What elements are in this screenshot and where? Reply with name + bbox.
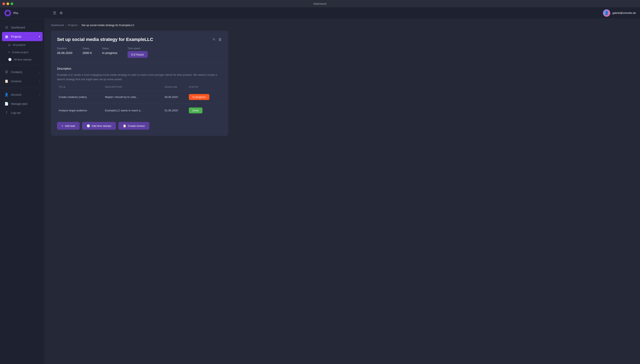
table-row[interactable]: Create creatives (video)Maybe I should t… xyxy=(57,90,222,104)
chevron-down-icon: ▾ xyxy=(39,35,40,38)
task-title: Analyze target audience xyxy=(57,104,103,117)
time-spend-label: Time spend xyxy=(128,47,148,50)
sidebar-item-contacts[interactable]: ☰ Contacts › xyxy=(0,68,45,76)
deadline-label: Deadline xyxy=(57,47,72,50)
description-text: Example LLC needs a more engaging social… xyxy=(57,73,222,82)
trash-icon: 🗑 xyxy=(218,38,222,42)
status-label: Status xyxy=(102,47,117,50)
logout-icon: ⤴ xyxy=(5,111,9,114)
sidebar-item-dashboard[interactable]: ⊡ Dashboard xyxy=(0,23,45,32)
task-status: Done xyxy=(187,104,222,117)
header-actions: ☰ ⚙ xyxy=(49,11,603,15)
main-layout: ⊡ Dashboard ▦ Projects ▾ ◎ All projects … xyxy=(0,19,640,364)
sidebar-item-create-project[interactable]: + Create project xyxy=(0,48,45,56)
status-badge: Done xyxy=(189,108,203,114)
divider-1 xyxy=(57,63,222,63)
titlebar-buttons xyxy=(3,2,13,5)
menu-icon: ☰ xyxy=(53,11,56,15)
settings-button[interactable]: ⚙ xyxy=(60,11,63,15)
sidebar-label-all-projects: All projects xyxy=(13,43,26,46)
close-button[interactable] xyxy=(3,2,5,5)
avatar: 👤 xyxy=(603,9,610,17)
meta-deadline: Deadline 26.06.2020 xyxy=(57,47,72,58)
add-time-stamps-button[interactable]: 🕐 Add time stamps xyxy=(82,122,116,130)
breadcrumb-projects[interactable]: Projects xyxy=(68,24,77,27)
status-badge: In progress xyxy=(189,94,209,100)
task-deadline: 06.06.2020 xyxy=(163,90,187,104)
invoice-btn-icon: 📋 xyxy=(123,124,126,128)
breadcrumb-dashboard[interactable]: Dashboard xyxy=(51,24,64,27)
edit-button[interactable]: ✎ xyxy=(212,37,216,42)
svg-point-2 xyxy=(4,9,11,17)
meta-status: Status In progress xyxy=(102,47,117,58)
account-icon: 👤 xyxy=(5,93,9,96)
deadline-value: 26.06.2020 xyxy=(57,51,72,54)
project-meta: Deadline 26.06.2020 Salary 2000 € Status… xyxy=(57,47,222,58)
sidebar-label-invoices: Invoices xyxy=(11,80,22,83)
projects-icon: ▦ xyxy=(5,34,9,38)
sidebar: ⊡ Dashboard ▦ Projects ▾ ◎ All projects … xyxy=(0,19,45,364)
breadcrumb-sep-2: / xyxy=(79,24,80,27)
col-deadline: DEADLINE xyxy=(163,84,187,90)
table-row[interactable]: Analyze target audienceExampleLLC wants … xyxy=(57,104,222,117)
task-title: Create creatives (video) xyxy=(57,90,103,104)
task-description: ExampleLLC wants to reach a... xyxy=(103,104,163,117)
meta-time-spend: Time spend 0.0 hours xyxy=(128,47,148,58)
tasks-table-head: TITLE DESCRIPTION DEADLINE STATUS xyxy=(57,84,222,90)
sidebar-item-invoices[interactable]: 📋 Invoices › xyxy=(0,76,45,86)
window-title: Watchwork xyxy=(313,2,327,5)
chevron-right-icon-2: › xyxy=(39,80,40,82)
logo-text: Pro xyxy=(14,11,18,15)
user-email: gabriel@vrenetic.de xyxy=(612,12,636,14)
salary-value: 2000 € xyxy=(83,51,92,54)
dashboard-icon: ⊡ xyxy=(5,26,9,29)
contacts-icon: ☰ xyxy=(5,70,9,74)
logo-area: Pro xyxy=(4,9,49,17)
sidebar-item-projects[interactable]: ▦ Projects ▾ xyxy=(2,32,43,41)
col-description: DESCRIPTION xyxy=(103,84,163,90)
sidebar-item-all-projects[interactable]: ◎ All projects xyxy=(0,41,45,48)
menu-button[interactable]: ☰ xyxy=(53,11,56,15)
tasks-table-body: Create creatives (video)Maybe I should t… xyxy=(57,90,222,117)
add-task-label: Add task xyxy=(65,124,75,128)
breadcrumb-current: Set up social media strategy for Example… xyxy=(82,24,135,27)
task-description: Maybe I should try to colla... xyxy=(103,90,163,104)
eye-icon: ◎ xyxy=(8,43,11,46)
clock-btn-icon: 🕐 xyxy=(87,124,90,128)
plan-icon: 📄 xyxy=(5,102,9,106)
sidebar-label-manage-plan: Manage plan xyxy=(11,102,28,106)
sidebar-divider-2 xyxy=(0,88,45,88)
user-area[interactable]: 👤 gabriel@vrenetic.de xyxy=(603,9,636,17)
titlebar: Watchwork xyxy=(0,0,640,7)
project-card: Set up social media strategy for Example… xyxy=(51,31,228,136)
sidebar-label-account: Account xyxy=(11,93,22,96)
sidebar-item-account[interactable]: 👤 Account › xyxy=(0,90,45,99)
app-window: Pro ☰ ⚙ 👤 gabriel@vrenetic.de ⊡ Dashboar… xyxy=(0,7,640,364)
sidebar-label-log-out: Log out xyxy=(11,111,21,114)
edit-icon: ✎ xyxy=(212,38,216,42)
project-header-actions: ✎ 🗑 xyxy=(212,37,222,42)
plus-btn-icon: + xyxy=(62,124,63,128)
sidebar-label-dashboard: Dashboard xyxy=(11,26,25,29)
create-invoice-button[interactable]: 📋 Create invoice xyxy=(118,122,149,130)
breadcrumb-sep-1: / xyxy=(66,24,67,27)
delete-button[interactable]: 🗑 xyxy=(218,37,222,42)
breadcrumb: Dashboard / Projects / Set up social med… xyxy=(51,24,634,27)
sidebar-label-contacts: Contacts xyxy=(11,70,22,74)
sidebar-item-all-time-stamps[interactable]: 🕐 All time stamps xyxy=(0,56,45,63)
status-value: In progress xyxy=(102,51,117,54)
meta-salary: Salary 2000 € xyxy=(83,47,92,58)
minimize-button[interactable] xyxy=(7,2,9,5)
plus-icon: + xyxy=(8,50,10,54)
tasks-table: TITLE DESCRIPTION DEADLINE STATUS Create… xyxy=(57,84,222,117)
chevron-right-icon-3: › xyxy=(39,94,40,96)
maximize-button[interactable] xyxy=(11,2,13,5)
add-task-button[interactable]: + Add task xyxy=(57,122,80,130)
action-buttons: + Add task 🕐 Add time stamps 📋 Create in… xyxy=(57,122,222,130)
col-status: STATUS xyxy=(187,84,222,90)
sidebar-item-log-out[interactable]: ⤴ Log out xyxy=(0,108,45,117)
clock-icon: 🕐 xyxy=(8,58,12,61)
header: Pro ☰ ⚙ 👤 gabriel@vrenetic.de xyxy=(0,7,640,19)
chevron-right-icon: › xyxy=(39,71,40,73)
sidebar-item-manage-plan[interactable]: 📄 Manage plan xyxy=(0,99,45,108)
